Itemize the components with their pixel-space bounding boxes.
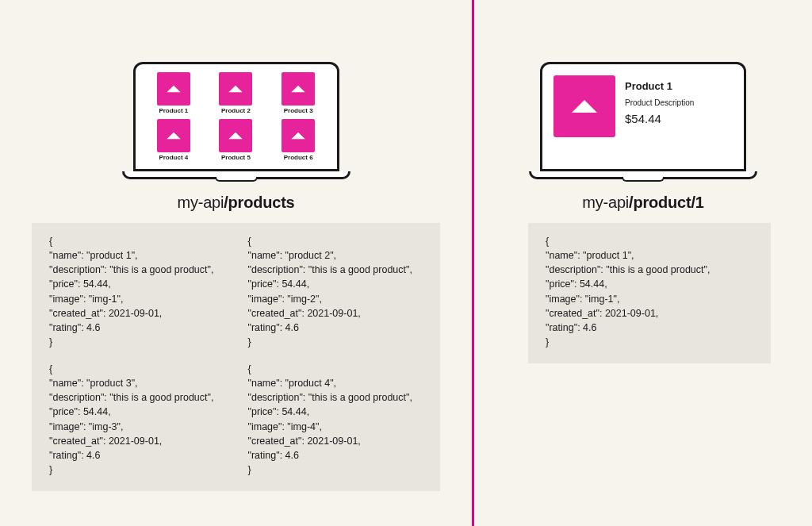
endpoint-prefix: my-api [177,194,224,211]
chevron-up-icon [219,119,252,152]
json-block: { "name": "product 3", "description": "t… [49,362,224,477]
product-label: Product 1 [147,107,201,114]
json-response-detail: { "name": "product 1", "description": "t… [528,223,771,363]
json-block: { "name": "product 1", "description": "t… [49,234,224,349]
panel-products-list: Product 1 Product 2 Product 3 [0,0,472,526]
json-block: { "name": "product 2", "description": "t… [248,234,423,349]
product-grid-item: Product 3 [271,72,326,114]
chevron-up-icon [282,119,315,152]
chevron-up-icon [219,72,252,106]
product-price: $54.44 [625,112,694,125]
endpoint-heading-detail: my-api/product/1 [474,194,812,212]
endpoint-path: /products [224,194,294,211]
chevron-up-icon [157,119,190,152]
product-description: Product Description [625,98,694,107]
product-label: Product 6 [271,154,326,161]
json-block: { "name": "product 1", "description": "t… [546,234,753,349]
product-label: Product 2 [209,107,263,114]
endpoint-heading-list: my-api/products [0,194,472,212]
chevron-up-icon [282,72,315,106]
laptop-illustration-list: Product 1 Product 2 Product 3 [133,62,339,179]
panel-product-detail: Product 1 Product Description $54.44 my-… [474,0,812,526]
product-grid: Product 1 Product 2 Product 3 [147,72,326,161]
product-title: Product 1 [625,80,694,92]
product-grid-item: Product 2 [209,72,263,114]
chevron-up-icon [157,72,190,106]
laptop-illustration-detail: Product 1 Product Description $54.44 [540,62,746,179]
product-grid-item: Product 6 [271,119,326,161]
product-grid-item: Product 5 [209,119,263,161]
product-label: Product 3 [271,107,326,114]
product-grid-item: Product 4 [147,119,201,161]
endpoint-path: /product/1 [629,194,704,211]
product-grid-item: Product 1 [147,72,201,114]
json-response-list: { "name": "product 1", "description": "t… [32,223,440,491]
endpoint-prefix: my-api [582,194,629,211]
chevron-up-icon [553,75,615,137]
product-detail: Product 1 Product Description $54.44 [553,72,733,161]
product-label: Product 4 [147,154,201,161]
json-block: { "name": "product 4", "description": "t… [248,362,423,477]
product-label: Product 5 [209,154,263,161]
